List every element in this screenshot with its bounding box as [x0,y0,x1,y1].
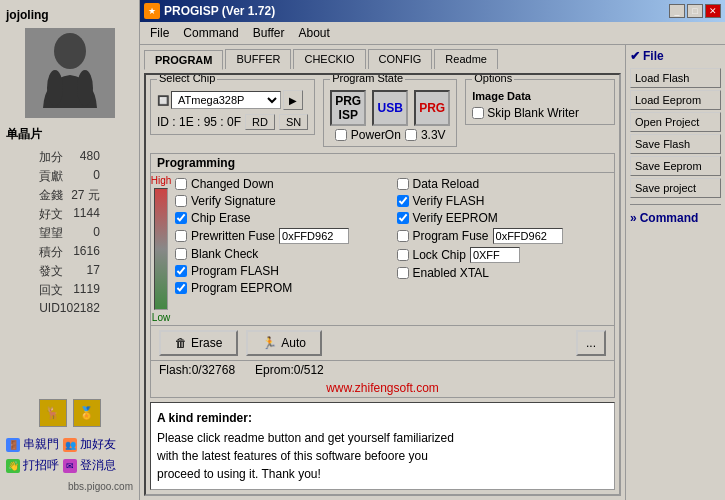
lock-chip-label: Lock Chip [413,248,466,262]
tab-bar: PROGRAM BUFFER CHECKIO CONFIG Readme [144,49,621,69]
changed-down-check[interactable] [175,178,187,190]
stat-value: 0 [93,168,100,185]
lock-chip-input[interactable] [470,247,520,263]
sn-button[interactable]: SN [279,114,308,130]
chip-arrow-button[interactable]: ▶ [283,90,303,110]
program-flash-check[interactable] [175,265,187,277]
dots-button[interactable]: ... [576,330,606,356]
usb-text: USB [378,101,403,115]
verify-eeprom-check[interactable] [397,212,409,224]
check-program-fuse: Program Fuse [397,228,611,244]
tab-checkio[interactable]: CHECKIO [293,49,365,69]
door-link[interactable]: 🚪 串親門 [6,435,59,454]
stat-label: 回文 [39,282,63,299]
window-title: PROGISP (Ver 1.72) [164,4,275,18]
tab-readme[interactable]: Readme [434,49,498,69]
stat-row: 回文1119 [39,282,100,299]
stat-label: 發文 [39,263,63,280]
wave-link[interactable]: 👋 打招呼 [6,456,59,475]
verify-eeprom-label: Verify EEPROM [413,211,498,225]
prewritten-fuse-input[interactable] [279,228,349,244]
close-button[interactable]: ✕ [705,4,721,18]
v33-check[interactable] [405,129,417,141]
chip-id-text: ID : 1E : 95 : 0F [157,115,241,129]
prewritten-fuse-check[interactable] [175,230,187,242]
image-data-label: Image Data [472,90,608,102]
content-area: PROGRAM BUFFER CHECKIO CONFIG Readme Sel… [140,45,725,500]
skip-blank-check[interactable] [472,107,484,119]
blank-check-check[interactable] [175,248,187,260]
enabled-xtal-check[interactable] [397,267,409,279]
maximize-button[interactable]: □ [687,4,703,18]
save-eeprom-button[interactable]: Save Eeprom [630,156,721,176]
skip-blank-row: Skip Blank Writer [472,106,608,120]
select-chip-group: Select Chip 🔲 ATmega328P ▶ ID : [150,79,315,135]
msg-link[interactable]: ✉ 登消息 [63,456,116,475]
program-eeprom-check[interactable] [175,282,187,294]
friend-link[interactable]: 👥 加好友 [63,435,116,454]
chip-dropdown[interactable]: ATmega328P [171,91,281,109]
skip-blank-label: Skip Blank Writer [487,106,579,120]
prog-slider[interactable] [154,188,168,310]
chip-icon: 🔲 [157,95,169,106]
load-eeprom-button[interactable]: Load Eeprom [630,90,721,110]
program-eeprom-label: Program EEPROM [191,281,292,295]
menu-file[interactable]: File [144,24,175,42]
stat-value: 102182 [60,301,100,315]
stat-label: 加分 [39,149,63,166]
data-reload-check[interactable] [397,178,409,190]
lock-chip-check[interactable] [397,249,409,261]
door-label: 串親門 [23,436,59,453]
menu-buffer[interactable]: Buffer [247,24,291,42]
poweron-label: PowerOn [351,128,401,142]
menu-command[interactable]: Command [177,24,244,42]
right-divider [630,204,721,205]
minimize-button[interactable]: _ [669,4,685,18]
verify-flash-label: Verify FLASH [413,194,485,208]
select-chip-label: Select Chip [157,73,217,84]
website-text: www.zhifengsoft.com [151,379,614,397]
open-project-button[interactable]: Open Project [630,112,721,132]
stat-value: 17 [87,263,100,280]
verify-sig-check[interactable] [175,195,187,207]
erase-button[interactable]: 🗑 Erase [159,330,238,356]
friend-icon: 👥 [63,438,77,452]
stat-row: 積分1616 [39,244,100,261]
chip-erase-check[interactable] [175,212,187,224]
check-data-reload: Data Reload [397,177,611,191]
check-verify-flash: Verify FLASH [397,194,611,208]
rd-button[interactable]: RD [245,114,275,130]
program-fuse-input[interactable] [493,228,563,244]
info-title: A kind reminder: [157,409,608,427]
tab-program[interactable]: PROGRAM [144,50,223,70]
command-label: Command [640,211,699,225]
command-section-header: » Command [630,211,721,225]
stat-value: 1616 [73,244,100,261]
poweron-check[interactable] [335,129,347,141]
title-buttons: _ □ ✕ [669,4,721,18]
bbs-text: bbs.pigoo.com [68,481,133,492]
file-section-header: ✔ File [630,49,721,63]
program-state-label: Program State [330,73,405,84]
tab-config[interactable]: CONFIG [368,49,433,69]
stats-list: 加分480貢獻0金錢27 元好文1144望望0積分1616發文17回文1119U… [39,149,100,317]
main-content: PROGRAM BUFFER CHECKIO CONFIG Readme Sel… [140,45,625,500]
verify-flash-check[interactable] [397,195,409,207]
file-checkmark: ✔ [630,49,640,63]
auto-icon: 🏃 [262,336,277,350]
tab-buffer[interactable]: BUFFER [225,49,291,69]
check-changed-down: Changed Down [175,177,389,191]
eprom-info: Eprom:0/512 [255,363,324,377]
prewritten-fuse-label: Prewritten Fuse [191,229,275,243]
poweron-row: PowerOn 3.3V [335,128,446,142]
save-project-button[interactable]: Save project [630,178,721,198]
menu-about[interactable]: About [293,24,336,42]
high-label: High [151,175,171,186]
save-flash-button[interactable]: Save Flash [630,134,721,154]
auto-button[interactable]: 🏃 Auto [246,330,322,356]
program-fuse-check[interactable] [397,230,409,242]
stat-row: 望望0 [39,225,100,242]
low-label: Low [152,312,170,323]
load-flash-button[interactable]: Load Flash [630,68,721,88]
erase-icon: 🗑 [175,336,187,350]
